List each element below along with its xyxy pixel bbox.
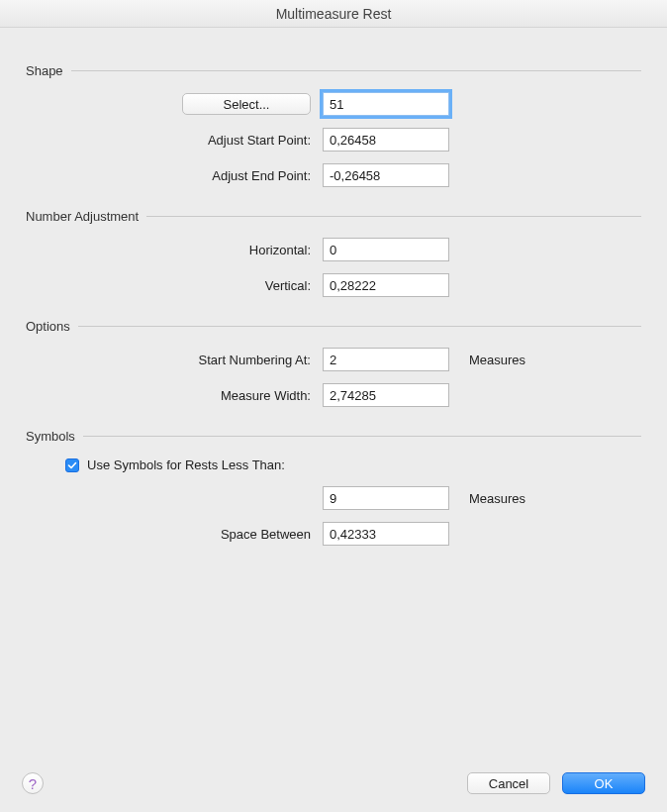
start-numbering-input[interactable] (323, 348, 449, 371)
section-header-symbols: Symbols (26, 429, 641, 444)
row-space-between: Space Between (26, 522, 641, 546)
section-title-options: Options (26, 319, 70, 334)
use-symbols-checkbox[interactable] (65, 458, 79, 472)
row-symbols-threshold: Measures (26, 486, 641, 510)
space-between-input[interactable] (323, 522, 449, 546)
measure-width-input[interactable] (323, 383, 449, 407)
section-header-number-adjustment: Number Adjustment (26, 209, 641, 224)
symbols-threshold-input[interactable] (323, 486, 449, 510)
section-rule (78, 326, 641, 327)
row-use-symbols: Use Symbols for Rests Less Than: (65, 457, 641, 472)
row-vertical: Vertical: (26, 273, 641, 297)
section-rule (146, 216, 641, 217)
section-header-options: Options (26, 319, 641, 334)
section-rule (83, 436, 641, 437)
adjust-start-label: Adjust Start Point: (26, 133, 323, 148)
help-button[interactable]: ? (22, 772, 44, 794)
cancel-button[interactable]: Cancel (467, 772, 550, 794)
vertical-label: Vertical: (26, 278, 323, 293)
row-start-numbering: Start Numbering At: Measures (26, 348, 641, 371)
select-shape-button[interactable]: Select... (182, 93, 311, 115)
row-adjust-end: Adjust End Point: (26, 163, 641, 187)
symbols-threshold-suffix: Measures (453, 491, 525, 506)
adjust-start-input[interactable] (323, 128, 449, 152)
start-numbering-suffix: Measures (453, 353, 525, 367)
dialog-title: Multimeasure Rest (0, 0, 667, 28)
horizontal-input[interactable] (323, 238, 449, 261)
adjust-end-label: Adjust End Point: (26, 168, 323, 183)
horizontal-label: Horizontal: (26, 243, 323, 257)
section-title-number-adjustment: Number Adjustment (26, 209, 139, 224)
section-rule (71, 70, 641, 71)
row-adjust-start: Adjust Start Point: (26, 128, 641, 152)
checkmark-icon (67, 460, 77, 470)
section-title-shape: Shape (26, 63, 63, 78)
row-shape-select: Select... (26, 92, 641, 116)
space-between-label: Space Between (26, 527, 323, 542)
use-symbols-label: Use Symbols for Rests Less Than: (87, 457, 285, 472)
section-title-symbols: Symbols (26, 429, 75, 444)
start-numbering-label: Start Numbering At: (26, 353, 323, 367)
measure-width-label: Measure Width: (26, 388, 323, 403)
dialog-content: Shape Select... Adjust Start Point: Adju… (0, 28, 667, 546)
row-horizontal: Horizontal: (26, 238, 641, 261)
ok-button[interactable]: OK (562, 772, 645, 794)
adjust-end-input[interactable] (323, 163, 449, 187)
shape-id-input[interactable] (323, 92, 449, 116)
section-header-shape: Shape (26, 63, 641, 78)
vertical-input[interactable] (323, 273, 449, 297)
row-measure-width: Measure Width: (26, 383, 641, 407)
dialog-footer: ? Cancel OK (0, 772, 667, 794)
